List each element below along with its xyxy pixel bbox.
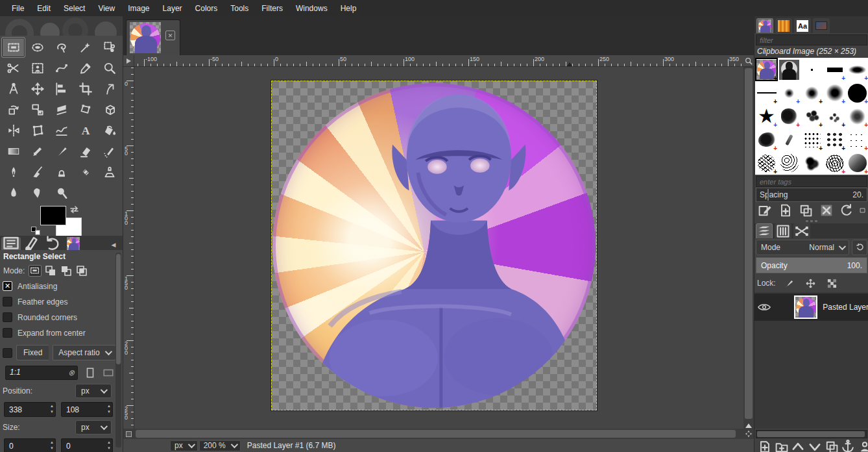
brush-soft-dot-sm[interactable]: + bbox=[778, 81, 801, 105]
delete-brush-button[interactable] bbox=[819, 203, 834, 218]
menu-item-file[interactable]: File bbox=[5, 1, 30, 16]
brush-texture-hatch[interactable]: + bbox=[755, 151, 778, 175]
menu-item-colors[interactable]: Colors bbox=[189, 1, 224, 16]
close-icon[interactable]: ✕ bbox=[165, 31, 175, 40]
paths-tab[interactable] bbox=[793, 223, 810, 238]
tool-rotate[interactable] bbox=[1, 99, 25, 120]
brush-filter-input[interactable] bbox=[756, 34, 867, 45]
layers-tab[interactable] bbox=[756, 223, 773, 238]
lock-alpha-icon[interactable] bbox=[825, 276, 840, 290]
brush-tags-input[interactable] bbox=[756, 176, 867, 187]
patterns-tab[interactable] bbox=[775, 18, 792, 33]
menu-item-tools[interactable]: Tools bbox=[224, 1, 255, 16]
lock-position-icon[interactable] bbox=[803, 276, 819, 290]
tool-text[interactable]: A bbox=[73, 120, 97, 141]
tool-scissors-select[interactable] bbox=[1, 58, 25, 79]
brush-confetti-sm[interactable]: + bbox=[801, 128, 823, 151]
tool-options-tab[interactable] bbox=[1, 237, 21, 250]
brush-soft-dot-md[interactable]: + bbox=[801, 81, 823, 105]
spinner-arrows[interactable]: ▲▼ bbox=[50, 440, 54, 451]
tool-eraser[interactable] bbox=[73, 141, 97, 162]
checkbox-box[interactable] bbox=[3, 328, 12, 338]
tool-crop[interactable] bbox=[73, 79, 97, 99]
tool-select-by-color[interactable] bbox=[97, 37, 121, 58]
brush-hard-circle[interactable]: + bbox=[846, 81, 868, 105]
tool-handle-transform[interactable] bbox=[97, 79, 121, 99]
menu-item-select[interactable]: Select bbox=[57, 1, 91, 16]
navigation-icon[interactable] bbox=[743, 429, 754, 439]
tool-free-select[interactable] bbox=[49, 37, 73, 58]
brush-cells[interactable] bbox=[778, 151, 801, 175]
collapse-dock-icon[interactable]: ◀ bbox=[108, 240, 119, 250]
document-history-tab[interactable] bbox=[813, 18, 830, 33]
tool-cage-transform[interactable] bbox=[25, 120, 49, 141]
spinner-arrows[interactable]: ▲▼ bbox=[50, 403, 54, 415]
menu-item-filters[interactable]: Filters bbox=[255, 1, 289, 16]
tool-gradient[interactable] bbox=[1, 141, 25, 162]
position-y-input[interactable]: 108 ▲▼ bbox=[61, 402, 113, 417]
brush-fuzzy-dot[interactable]: + bbox=[846, 105, 868, 128]
landscape-icon[interactable] bbox=[102, 367, 114, 379]
brush-pixel[interactable] bbox=[801, 58, 823, 81]
device-status-tab[interactable] bbox=[22, 237, 42, 250]
aspect-ratio-input[interactable]: 1:1 ⊗ bbox=[5, 366, 78, 380]
menu-item-help[interactable]: Help bbox=[334, 1, 363, 16]
tool-pencil[interactable] bbox=[25, 141, 49, 162]
portrait-icon[interactable] bbox=[84, 367, 96, 379]
brush-line-thin[interactable]: + bbox=[755, 81, 778, 105]
new-layer-group-button[interactable] bbox=[774, 440, 790, 452]
menu-item-windows[interactable]: Windows bbox=[289, 1, 334, 16]
size-width-input[interactable]: 0 ▲▼ bbox=[4, 438, 56, 452]
duplicate-layer-button[interactable] bbox=[824, 440, 839, 452]
size-unit-dropdown[interactable]: px bbox=[75, 420, 112, 434]
tool-smudge[interactable] bbox=[25, 182, 49, 203]
tool-perspective[interactable] bbox=[73, 99, 97, 120]
layer-mode-dropdown[interactable]: Mode Normal bbox=[756, 240, 849, 255]
tool-mypaint-brush[interactable] bbox=[25, 162, 49, 182]
position-unit-dropdown[interactable]: px bbox=[75, 384, 112, 398]
canvas-viewport[interactable] bbox=[134, 67, 743, 429]
brush-acrylic[interactable]: + bbox=[755, 128, 778, 151]
brush-chalk[interactable]: + bbox=[778, 105, 801, 128]
tool-measure[interactable] bbox=[1, 79, 25, 99]
brush-sparks[interactable]: + bbox=[823, 105, 846, 128]
position-x-input[interactable]: 338 ▲▼ bbox=[4, 402, 56, 417]
checkbox-box[interactable] bbox=[3, 297, 12, 307]
menu-item-edit[interactable]: Edit bbox=[30, 1, 57, 16]
layers-horizontal-scrollbar[interactable] bbox=[756, 430, 867, 438]
layer-opacity-slider[interactable]: Opacity 100. bbox=[756, 257, 867, 273]
open-brush-button[interactable] bbox=[860, 203, 866, 218]
ruler-menu-button[interactable] bbox=[123, 55, 134, 67]
tool-dodge-burn[interactable] bbox=[49, 182, 73, 203]
tool-clone[interactable] bbox=[49, 162, 73, 182]
tool-fuzzy-select[interactable] bbox=[73, 37, 97, 58]
brush-oblique-stroke[interactable] bbox=[778, 128, 801, 151]
spinner-arrows[interactable]: ▲▼ bbox=[107, 403, 111, 415]
dock-resize-grip[interactable] bbox=[754, 219, 868, 223]
menu-item-layer[interactable]: Layer bbox=[156, 1, 189, 16]
tool-airbrush[interactable] bbox=[97, 141, 121, 162]
tool-zoom[interactable] bbox=[97, 58, 121, 79]
duplicate-brush-button[interactable] bbox=[798, 203, 814, 218]
lock-paint-icon[interactable] bbox=[782, 276, 797, 290]
tool-rectangle-select[interactable] bbox=[1, 37, 25, 58]
new-layer-button[interactable] bbox=[757, 440, 773, 452]
tool-perspective-clone[interactable] bbox=[97, 162, 121, 182]
edit-brush-button[interactable] bbox=[757, 203, 773, 218]
fixed-checkbox[interactable] bbox=[3, 348, 12, 358]
vertical-scrollbar[interactable] bbox=[743, 67, 754, 429]
brush-dune[interactable]: + bbox=[846, 151, 868, 175]
scroll-arrow-icon[interactable] bbox=[745, 423, 752, 428]
tool-warp-transform[interactable] bbox=[49, 120, 73, 141]
tool-ellipse-select[interactable] bbox=[25, 37, 49, 58]
menu-item-view[interactable]: View bbox=[91, 1, 121, 16]
delete-layer-button[interactable] bbox=[857, 440, 868, 452]
brush-ellipse-soft[interactable]: + bbox=[846, 58, 868, 81]
tool-blur-sharpen[interactable] bbox=[1, 182, 25, 203]
fonts-tab[interactable]: Aa bbox=[794, 18, 811, 33]
images-tab[interactable] bbox=[64, 237, 83, 250]
brush-splatter[interactable]: + bbox=[801, 105, 823, 128]
horizontal-ruler[interactable]: -100-50050100150200250300350 bbox=[134, 55, 743, 67]
tool-transform-3d[interactable] bbox=[97, 99, 121, 120]
image-tab[interactable]: ✕ bbox=[126, 19, 180, 55]
